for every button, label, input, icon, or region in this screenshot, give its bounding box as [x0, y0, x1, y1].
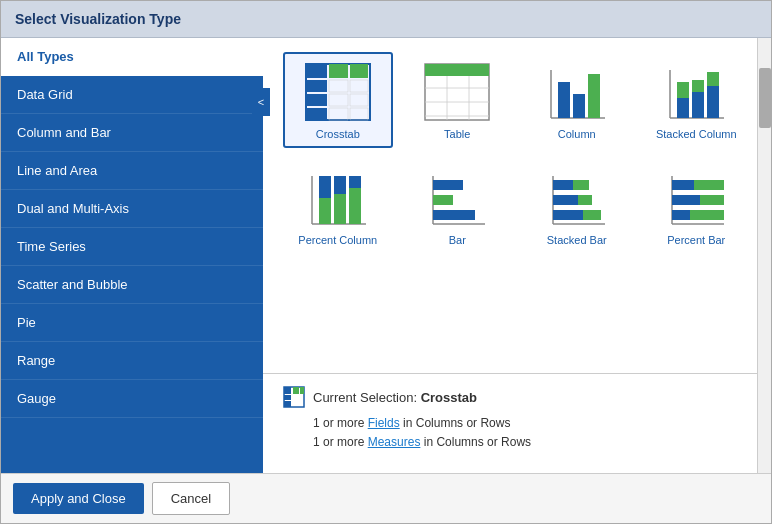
percent-column-icon [302, 166, 374, 230]
chart-label-table: Table [444, 128, 470, 140]
chart-label-crosstab: Crosstab [316, 128, 360, 140]
svg-rect-53 [583, 210, 601, 220]
chart-label-percent-column: Percent Column [298, 234, 377, 246]
svg-rect-28 [677, 82, 689, 98]
svg-rect-2 [329, 64, 348, 78]
svg-rect-39 [349, 188, 361, 224]
svg-rect-61 [690, 210, 724, 220]
svg-rect-10 [350, 94, 368, 106]
svg-rect-30 [692, 80, 704, 92]
dialog-body: All Types Data Grid Column and Bar Line … [1, 38, 771, 473]
chart-label-column: Column [558, 128, 596, 140]
svg-rect-64 [293, 387, 299, 394]
column-icon [541, 60, 613, 124]
svg-rect-27 [677, 98, 689, 118]
sidebar: All Types Data Grid Column and Bar Line … [1, 38, 263, 473]
chart-label-stacked-column: Stacked Column [656, 128, 737, 140]
sidebar-item-scatter-bubble[interactable]: Scatter and Bubble [1, 266, 263, 304]
svg-rect-45 [433, 210, 475, 220]
table-icon [421, 60, 493, 124]
svg-rect-1 [306, 64, 327, 78]
sidebar-item-line-area[interactable]: Line and Area [1, 152, 263, 190]
chart-label-percent-bar: Percent Bar [667, 234, 725, 246]
svg-rect-56 [672, 180, 694, 190]
svg-rect-11 [329, 108, 348, 120]
svg-rect-32 [707, 72, 719, 86]
svg-rect-66 [284, 395, 291, 400]
svg-rect-35 [319, 198, 331, 224]
svg-rect-60 [672, 210, 690, 220]
chart-item-crosstab[interactable]: Crosstab [283, 52, 393, 148]
sidebar-item-time-series[interactable]: Time Series [1, 228, 263, 266]
dialog-title: Select Visualization Type [1, 1, 771, 38]
chart-grid: Crosstab [283, 52, 751, 254]
svg-rect-48 [553, 180, 573, 190]
chart-grid-area: Crosstab [263, 38, 771, 373]
sidebar-item-gauge[interactable]: Gauge [1, 380, 263, 418]
sidebar-item-column-bar[interactable]: Column and Bar [1, 114, 263, 152]
svg-rect-23 [573, 94, 585, 118]
crosstab-icon [302, 60, 374, 124]
sidebar-item-all-types[interactable]: All Types [1, 38, 263, 76]
svg-rect-38 [334, 176, 346, 194]
svg-rect-59 [700, 195, 724, 205]
chart-item-percent-column[interactable]: Percent Column [283, 158, 393, 254]
svg-rect-36 [319, 176, 331, 198]
chart-label-stacked-bar: Stacked Bar [547, 234, 607, 246]
info-section: Current Selection: Crosstab 1 or more Fi… [263, 373, 771, 473]
chart-item-table[interactable]: Table [403, 52, 513, 148]
svg-rect-24 [588, 74, 600, 118]
svg-rect-67 [284, 401, 291, 407]
bar-icon [421, 166, 493, 230]
svg-rect-44 [433, 195, 453, 205]
svg-rect-8 [350, 80, 368, 92]
svg-rect-50 [553, 195, 578, 205]
chart-item-stacked-column[interactable]: Stacked Column [642, 52, 752, 148]
chart-item-column[interactable]: Column [522, 52, 632, 148]
svg-rect-52 [553, 210, 583, 220]
svg-rect-29 [692, 92, 704, 118]
scrollbar-thumb[interactable] [759, 68, 771, 128]
svg-rect-14 [425, 64, 489, 76]
info-header: Current Selection: Crosstab [283, 386, 751, 408]
chart-item-stacked-bar[interactable]: Stacked Bar [522, 158, 632, 254]
percent-bar-icon [660, 166, 732, 230]
stacked-column-icon [660, 60, 732, 124]
chart-item-bar[interactable]: Bar [403, 158, 513, 254]
sidebar-item-range[interactable]: Range [1, 342, 263, 380]
svg-rect-65 [300, 387, 304, 394]
sidebar-item-dual-multi[interactable]: Dual and Multi-Axis [1, 190, 263, 228]
svg-rect-57 [694, 180, 724, 190]
sidebar-item-data-grid[interactable]: Data Grid [1, 76, 263, 114]
svg-rect-7 [329, 80, 348, 92]
svg-rect-6 [306, 108, 327, 120]
info-title: Current Selection: Crosstab [313, 390, 477, 405]
svg-rect-3 [350, 64, 368, 78]
svg-rect-58 [672, 195, 700, 205]
chart-item-percent-bar[interactable]: Percent Bar [642, 158, 752, 254]
svg-rect-51 [578, 195, 592, 205]
info-rule-2: 1 or more Measures in Columns or Rows [283, 435, 751, 449]
main-content: Crosstab [263, 38, 771, 473]
dialog: Select Visualization Type All Types Data… [0, 0, 772, 524]
svg-rect-43 [433, 180, 463, 190]
svg-rect-5 [306, 94, 327, 106]
svg-rect-63 [284, 387, 291, 394]
info-rule-1: 1 or more Fields in Columns or Rows [283, 416, 751, 430]
svg-rect-22 [558, 82, 570, 118]
scrollbar-track[interactable] [757, 38, 771, 473]
svg-rect-40 [349, 176, 361, 188]
dialog-footer: Apply and Close Cancel [1, 473, 771, 523]
cancel-button[interactable]: Cancel [152, 482, 230, 515]
stacked-bar-icon [541, 166, 613, 230]
svg-rect-9 [329, 94, 348, 106]
apply-close-button[interactable]: Apply and Close [13, 483, 144, 514]
dialog-title-text: Select Visualization Type [15, 11, 181, 27]
sidebar-item-pie[interactable]: Pie [1, 304, 263, 342]
svg-rect-4 [306, 80, 327, 92]
sidebar-collapse-button[interactable]: < [252, 88, 270, 116]
svg-rect-31 [707, 86, 719, 118]
crosstab-info-icon [283, 386, 305, 408]
svg-rect-49 [573, 180, 589, 190]
svg-rect-12 [350, 108, 368, 120]
